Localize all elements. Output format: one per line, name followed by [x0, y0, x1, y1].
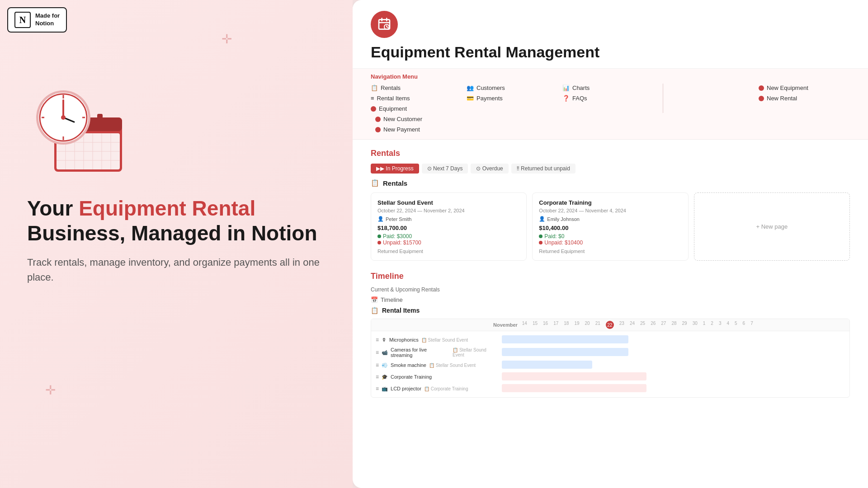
nav-rental-items-label: Rental Items — [377, 95, 410, 102]
nav-col-2: 👥 Customers 💳 Payments — [467, 84, 562, 113]
date-numbers: 141516 171819 2021 22 232425 262728 2930… — [522, 321, 753, 329]
corporate-status: Returned Equipment — [539, 249, 681, 254]
rental-card-corporate[interactable]: Corporate Training October 22, 2024 — No… — [532, 192, 688, 261]
row1-bar — [502, 335, 628, 343]
nav-new-equipment[interactable]: New Equipment — [759, 84, 850, 92]
new-rental-icon — [759, 96, 764, 101]
row4-label: 🎓Corporate Training — [382, 374, 499, 380]
nav-rentals-label: Rentals — [381, 84, 401, 91]
corporate-person: 👤 Emily Johnson — [539, 216, 681, 222]
tab-overdue[interactable]: ⊙ Overdue — [471, 164, 508, 174]
row1-drag-icon: ≡ — [376, 337, 379, 343]
nav-rentals[interactable]: 📋 Rentals — [371, 84, 467, 92]
row5-bar — [502, 384, 646, 392]
rentals-cards-grid: Stellar Sound Event October 22, 2024 — N… — [371, 192, 850, 261]
corporate-unpaid-dot — [539, 241, 542, 244]
corporate-amount: $10,400.00 — [539, 225, 681, 231]
tab-next-7-days[interactable]: ⊙ Next 7 Days — [422, 164, 468, 174]
rentals-subtitle: 📋 Rentals — [371, 179, 850, 187]
page-icon — [371, 11, 398, 38]
hero-illustration — [27, 81, 326, 174]
svg-point-19 — [61, 115, 66, 120]
nav-faqs[interactable]: ❓ FAQs — [562, 94, 658, 103]
nav-new-customer-label: New Customer — [383, 116, 422, 122]
timeline-label: 📅 Timeline — [371, 296, 850, 303]
timeline-chart: November 141516 171819 2021 22 232425 26… — [371, 319, 850, 398]
nav-payments[interactable]: 💳 Payments — [467, 94, 562, 103]
stellar-title: Stellar Sound Event — [377, 199, 520, 206]
nav-customers[interactable]: 👥 Customers — [467, 84, 562, 92]
corporate-unpaid: Unpaid: $10400 — [539, 239, 681, 246]
nav-section: Navigation Menu 📋 Rentals ≡ Rental Items… — [353, 69, 868, 140]
row2-label: 📹Cameras for live streaming 📋 Stellar So… — [382, 347, 499, 358]
stellar-person: 👤 Peter Smith — [377, 216, 520, 222]
person-icon: 👤 — [377, 216, 384, 222]
customers-icon: 👥 — [467, 84, 474, 91]
nav-col-3: 📊 Charts ❓ FAQs — [562, 84, 658, 113]
nav-grid: 📋 Rentals ≡ Rental Items Equipment 👥 Cus… — [371, 84, 850, 139]
timeline-subtitle: Current & Upcoming Rentals — [371, 286, 850, 293]
tab-next-7-days-label: ⊙ Next 7 Days — [427, 165, 463, 172]
tab-returned-unpaid-label: ‼ Returned but unpaid — [517, 165, 570, 172]
stellar-status: Returned Equipment — [377, 249, 520, 254]
corporate-date: October 22, 2024 — November 4, 2024 — [539, 208, 681, 213]
rental-card-stellar[interactable]: Stellar Sound Event October 22, 2024 — N… — [371, 192, 527, 261]
hero-text: Your Equipment Rental Business, Managed … — [27, 196, 326, 285]
timeline-section: Timeline Current & Upcoming Rentals 📅 Ti… — [371, 272, 850, 398]
timeline-row-1: ≡ 🎙Microphonics 📋 Stellar Sound Event — [371, 334, 849, 346]
person-icon-2: 👤 — [539, 216, 545, 222]
svg-line-30 — [387, 27, 388, 27]
nav-new-rental[interactable]: New Rental — [759, 94, 850, 103]
notion-badge[interactable]: N Made for Notion — [7, 7, 67, 33]
paid-dot — [377, 235, 381, 238]
timeline-row-2: ≡ 📹Cameras for live streaming 📋 Stellar … — [371, 346, 849, 359]
rentals-tabs: ▶▶ In Progress ⊙ Next 7 Days ⊙ Overdue ‼… — [371, 164, 850, 174]
november-label: November — [493, 322, 518, 328]
equipment-dot-icon — [371, 106, 376, 112]
page-title: Equipment Rental Management — [371, 43, 850, 61]
hero-subtitle: Track rentals, manage inventory, and org… — [27, 255, 326, 285]
new-page-card[interactable]: + New page — [694, 192, 850, 261]
tab-returned-unpaid[interactable]: ‼ Returned but unpaid — [511, 164, 576, 174]
timeline-section-title: Timeline — [371, 272, 850, 281]
row2-bar — [502, 348, 628, 356]
nav-customers-label: Customers — [476, 84, 505, 91]
nav-new-payment[interactable]: New Payment — [375, 125, 467, 134]
stellar-paid: Paid: $3000 — [377, 233, 520, 239]
timeline-header: November 141516 171819 2021 22 232425 26… — [371, 319, 849, 331]
rentals-icon: 📋 — [371, 84, 378, 91]
row4-bar — [502, 372, 646, 380]
row4-bar-container — [502, 372, 845, 381]
timeline-calendar-icon: 📅 — [371, 296, 378, 303]
nav-equipment-label: Equipment — [379, 105, 407, 112]
nav-payments-label: Payments — [476, 95, 503, 102]
row4-drag-icon: ≡ — [376, 374, 379, 380]
crosshair-decoration-bottom: ✛ — [45, 383, 56, 398]
crosshair-decoration-top: ✛ — [222, 32, 232, 47]
nav-new-customer[interactable]: New Customer — [375, 115, 467, 123]
nav-charts[interactable]: 📊 Charts — [562, 84, 658, 92]
new-equipment-icon — [759, 85, 764, 91]
tab-in-progress-label: ▶▶ In Progress — [376, 165, 414, 172]
nav-col-5: New Customer New Payment — [375, 115, 467, 134]
rentals-icon-small: 📋 — [371, 179, 379, 187]
timeline-row-5: ≡ 📺LCD projector 📋 Corporate Training — [371, 383, 849, 394]
row3-bar-container — [502, 361, 845, 370]
payments-icon: 💳 — [467, 95, 474, 102]
nav-new-rental-label: New Rental — [767, 95, 797, 102]
nav-rental-items[interactable]: ≡ Rental Items — [371, 94, 467, 103]
row5-label: 📺LCD projector 📋 Corporate Training — [382, 386, 499, 392]
nav-new-equipment-label: New Equipment — [767, 84, 808, 91]
corporate-paid: Paid: $0 — [539, 233, 681, 239]
stellar-amount: $18,700.00 — [377, 225, 520, 231]
new-payment-icon — [375, 127, 381, 132]
nav-section-label: Navigation Menu — [371, 69, 850, 84]
notion-header: Equipment Rental Management — [353, 0, 868, 69]
rentals-section: Rentals ▶▶ In Progress ⊙ Next 7 Days ⊙ O… — [371, 149, 850, 261]
row3-bar — [502, 361, 592, 369]
nav-faqs-label: FAQs — [572, 95, 587, 102]
stellar-date: October 22, 2024 — November 2, 2024 — [377, 208, 520, 213]
nav-equipment[interactable]: Equipment — [371, 104, 467, 113]
tab-in-progress[interactable]: ▶▶ In Progress — [371, 164, 419, 174]
rental-items-subtitle: 📋 Rental Items — [371, 307, 850, 314]
